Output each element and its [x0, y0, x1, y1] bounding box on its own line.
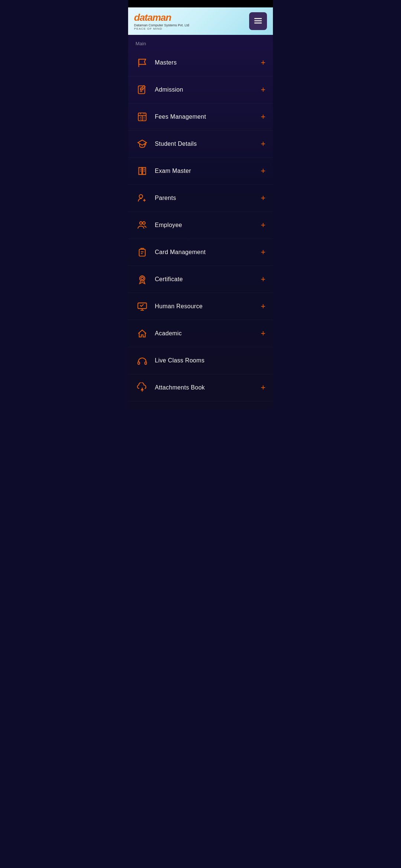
human-resource-label: Human Resource — [155, 303, 203, 310]
svg-point-30 — [141, 277, 144, 280]
sidebar-item-human-resource[interactable]: Human Resource + — [128, 293, 273, 320]
sidebar-item-employee[interactable]: Employee + — [128, 212, 273, 239]
attachments-book-expand[interactable]: + — [261, 384, 265, 392]
admission-expand[interactable]: + — [261, 86, 265, 94]
employee-label: Employee — [155, 222, 182, 228]
calculator-icon — [136, 110, 149, 124]
hamburger-menu-button[interactable] — [249, 12, 267, 30]
card-management-label: Card Management — [155, 249, 206, 256]
certificate-label: Certificate — [155, 276, 183, 283]
fees-management-label: Fees Management — [155, 114, 206, 120]
sidebar-item-attachments-book[interactable]: Attachments Book + — [128, 374, 273, 401]
monitor-icon — [136, 300, 149, 313]
exam-master-expand[interactable]: + — [261, 167, 265, 175]
admission-label: Admission — [155, 86, 183, 93]
live-class-rooms-label: Live Class Rooms — [155, 357, 205, 364]
headphones-icon — [136, 354, 149, 367]
flag-icon — [136, 56, 149, 69]
human-resource-expand[interactable]: + — [261, 302, 265, 310]
header: dataman Dataman Computer Systems Pvt. Lt… — [128, 7, 273, 35]
person-add-icon — [136, 191, 149, 205]
cloud-upload-icon — [136, 381, 149, 394]
sidebar-item-fees-management[interactable]: Fees Management + — [128, 103, 273, 131]
status-bar — [128, 0, 273, 7]
sidebar: Main Masters + Admission — [128, 35, 273, 409]
graduation-icon — [136, 137, 149, 151]
masters-expand[interactable]: + — [261, 59, 265, 67]
parents-label: Parents — [155, 195, 176, 201]
hamburger-icon — [254, 16, 263, 26]
card-management-expand[interactable]: + — [261, 248, 265, 256]
svg-point-25 — [143, 222, 145, 224]
logo: dataman Dataman Computer Systems Pvt. Lt… — [134, 12, 189, 30]
student-details-expand[interactable]: + — [261, 140, 265, 148]
book-icon — [136, 164, 149, 178]
clipboard-icon — [136, 246, 149, 259]
sidebar-item-parents[interactable]: Parents + — [128, 185, 273, 212]
sidebar-item-exam-master[interactable]: Exam Master + — [128, 158, 273, 185]
edit-icon — [136, 83, 149, 96]
logo-subtitle: Dataman Computer Systems Pvt. Ltd — [134, 23, 189, 27]
student-details-label: Student Details — [155, 141, 197, 147]
sidebar-item-certificate[interactable]: Certificate + — [128, 266, 273, 293]
sidebar-item-student-details[interactable]: Student Details + — [128, 131, 273, 158]
svg-point-29 — [140, 276, 145, 281]
logo-main-text: dataman — [134, 12, 189, 23]
badge-icon — [136, 273, 149, 286]
people-icon — [136, 218, 149, 232]
sidebar-item-admission[interactable]: Admission + — [128, 76, 273, 103]
svg-rect-32 — [138, 362, 140, 365]
home-icon — [136, 327, 149, 340]
academic-label: Academic — [155, 330, 182, 337]
exam-master-label: Exam Master — [155, 168, 191, 174]
sidebar-item-academic[interactable]: Academic + — [128, 320, 273, 347]
attachments-book-label: Attachments Book — [155, 384, 205, 391]
svg-rect-33 — [145, 362, 147, 365]
svg-point-24 — [140, 222, 142, 224]
parents-expand[interactable]: + — [261, 194, 265, 202]
fees-management-expand[interactable]: + — [261, 113, 265, 121]
certificate-expand[interactable]: + — [261, 275, 265, 283]
sidebar-item-masters[interactable]: Masters + — [128, 49, 273, 76]
employee-expand[interactable]: + — [261, 221, 265, 229]
sidebar-section-label: Main — [128, 35, 273, 49]
logo-tagline: PEACE OF MIND — [134, 27, 189, 30]
academic-expand[interactable]: + — [261, 329, 265, 338]
svg-point-21 — [139, 195, 143, 198]
sidebar-item-live-class-rooms[interactable]: Live Class Rooms — [128, 347, 273, 374]
svg-rect-26 — [139, 249, 145, 256]
masters-label: Masters — [155, 59, 177, 66]
sidebar-item-card-management[interactable]: Card Management + — [128, 239, 273, 266]
